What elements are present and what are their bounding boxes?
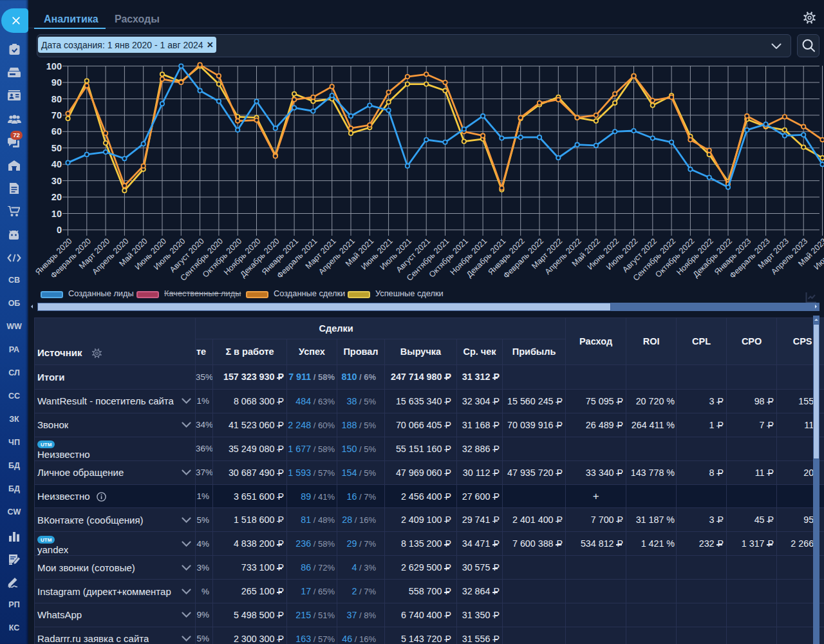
svg-text:20: 20 bbox=[52, 192, 62, 202]
svg-text:40: 40 bbox=[52, 159, 62, 169]
svg-text:30: 30 bbox=[52, 176, 62, 186]
svg-text:90: 90 bbox=[52, 77, 62, 88]
svg-text:70: 70 bbox=[52, 110, 62, 120]
svg-text:60: 60 bbox=[52, 126, 62, 137]
svg-text:80: 80 bbox=[52, 94, 62, 104]
svg-text:100: 100 bbox=[46, 61, 62, 71]
svg-text:0: 0 bbox=[57, 225, 62, 235]
svg-text:10: 10 bbox=[52, 209, 62, 219]
svg-text:50: 50 bbox=[52, 143, 62, 153]
